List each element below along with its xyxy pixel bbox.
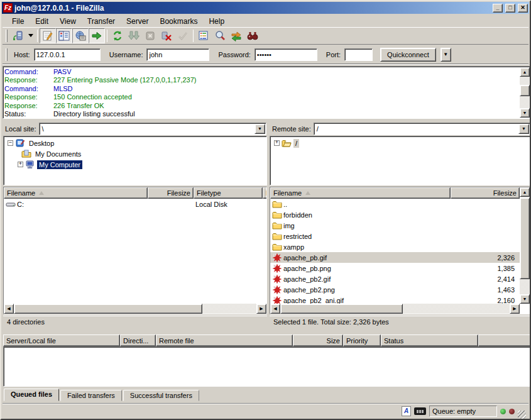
combo-dropdown-icon[interactable]: ▼ xyxy=(518,124,529,134)
port-input[interactable] xyxy=(344,48,373,61)
tree-item-label[interactable]: My Documents xyxy=(33,150,83,158)
local-horizontal-scrollbar[interactable]: ◀ ▶ xyxy=(4,304,266,314)
username-input[interactable] xyxy=(146,48,209,61)
close-button[interactable]: ✕ xyxy=(518,4,528,13)
tab-successful-transfers[interactable]: Successful transfers xyxy=(123,390,199,401)
toggle-local-tree-button[interactable] xyxy=(56,28,72,43)
cancel-operation-button[interactable] xyxy=(142,28,158,43)
menu-edit[interactable]: Edit xyxy=(30,16,54,27)
column-header-empty xyxy=(478,334,531,346)
tree-item-root[interactable]: + / xyxy=(270,138,530,148)
collapse-icon[interactable]: − xyxy=(8,140,13,146)
image-file-icon xyxy=(272,263,282,274)
scroll-right-icon[interactable]: ▶ xyxy=(510,304,520,314)
tree-item-label[interactable]: My Computer xyxy=(37,160,82,169)
remote-vscroll-thumb[interactable] xyxy=(520,197,530,279)
remote-vertical-scrollbar[interactable]: ▲ ▼ xyxy=(520,187,530,304)
combo-dropdown-icon[interactable]: ▼ xyxy=(255,124,265,134)
expand-icon[interactable]: + xyxy=(274,140,280,146)
local-file-row[interactable]: C: Local Disk xyxy=(4,199,266,209)
scroll-left-icon[interactable]: ◀ xyxy=(4,304,14,314)
toolbar xyxy=(3,27,528,45)
column-header-filename[interactable]: Filename xyxy=(270,187,451,199)
tree-item-label[interactable]: / xyxy=(293,139,299,148)
tree-item-my-documents[interactable]: My Documents xyxy=(4,148,266,159)
directory-listing-filters-button[interactable] xyxy=(195,28,212,43)
directory-comparison-button[interactable] xyxy=(212,28,228,43)
host-input[interactable] xyxy=(34,48,101,61)
transfer-queue-icon xyxy=(91,30,102,41)
scroll-right-icon[interactable]: ▶ xyxy=(256,304,266,314)
remote-file-row-selected[interactable]: apache_pb.gif 2,326 xyxy=(270,252,520,263)
scroll-down-icon[interactable]: ▼ xyxy=(520,108,530,118)
window-title: john@127.0.0.1 - FileZilla xyxy=(14,4,490,13)
column-header-priority[interactable]: Priority xyxy=(343,334,381,346)
password-input[interactable] xyxy=(255,48,317,61)
column-header-direction[interactable]: Directi... xyxy=(120,334,156,346)
my-computer-icon xyxy=(25,160,35,170)
menu-file[interactable]: File xyxy=(6,16,30,27)
refresh-button[interactable] xyxy=(109,28,126,43)
remote-file-row[interactable]: apache_pb.png 1,385 xyxy=(270,263,520,274)
quickconnect-button[interactable]: Quickconnect xyxy=(380,48,436,62)
image-file-icon xyxy=(272,274,282,284)
column-header-filename[interactable]: Filename xyxy=(4,187,148,199)
scroll-left-icon[interactable]: ◀ xyxy=(270,304,280,314)
synchronized-browsing-button[interactable] xyxy=(228,28,244,43)
tab-failed-transfers[interactable]: Failed transfers xyxy=(60,390,122,401)
remote-file-row[interactable]: apache_pb2.gif 2,414 xyxy=(270,274,520,284)
remote-hscroll-thumb[interactable] xyxy=(280,304,403,314)
find-files-icon xyxy=(247,30,258,41)
toggle-message-log-button[interactable] xyxy=(40,28,56,43)
scroll-down-icon[interactable]: ▼ xyxy=(520,294,530,304)
tree-item-desktop[interactable]: − Desktop xyxy=(4,138,266,148)
quickconnect-dropdown-button[interactable]: ▼ xyxy=(441,48,451,62)
column-header-size[interactable]: Size xyxy=(293,334,343,346)
menu-bookmarks[interactable]: Bookmarks xyxy=(154,16,203,27)
tree-item-my-computer[interactable]: + My Computer xyxy=(4,159,266,170)
remote-file-row[interactable]: .. xyxy=(270,199,520,209)
toggle-remote-tree-button[interactable] xyxy=(72,28,89,43)
menu-server[interactable]: Server xyxy=(121,16,154,27)
local-site-combo[interactable]: \ ▼ xyxy=(39,123,266,135)
resize-grip[interactable] xyxy=(518,411,526,419)
scroll-up-icon[interactable]: ▲ xyxy=(520,67,530,77)
site-manager-button[interactable] xyxy=(10,28,26,43)
remote-file-row[interactable]: forbidden xyxy=(270,209,520,220)
tab-queued-files[interactable]: Queued files xyxy=(4,389,59,401)
tree-item-label[interactable]: Desktop xyxy=(27,139,56,148)
menu-view[interactable]: View xyxy=(54,16,82,27)
column-header-filetype[interactable]: Filetype xyxy=(194,187,263,199)
column-header-last-modified[interactable]: L xyxy=(263,187,267,199)
column-header-server-local-file[interactable]: Server/Local file xyxy=(3,334,120,346)
column-header-filesize[interactable]: Filesize xyxy=(451,187,520,199)
queue-list[interactable] xyxy=(3,346,531,387)
remote-file-row[interactable]: img xyxy=(270,220,520,231)
remote-file-row[interactable]: apache_pb2.png 1,463 xyxy=(270,284,520,295)
minimize-button[interactable]: _ xyxy=(493,4,503,13)
column-header-status[interactable]: Status xyxy=(381,334,478,346)
expand-icon[interactable]: + xyxy=(18,162,23,167)
disconnect-button[interactable] xyxy=(158,28,175,43)
remote-horizontal-scrollbar[interactable]: ◀ ▶ xyxy=(270,304,520,314)
log-vertical-scrollbar[interactable]: ▲ ▼ xyxy=(520,67,530,118)
menu-transfer[interactable]: Transfer xyxy=(82,16,121,27)
toggle-transfer-queue-button[interactable] xyxy=(89,28,105,43)
process-queue-button[interactable] xyxy=(126,28,142,43)
remote-site-combo[interactable]: / ▼ xyxy=(314,123,530,135)
local-hscroll-thumb[interactable] xyxy=(14,304,202,314)
reconnect-button[interactable] xyxy=(175,28,191,43)
log-scroll-thumb[interactable] xyxy=(520,85,530,96)
queue-status-box: Queue: empty xyxy=(429,406,497,417)
find-files-button[interactable] xyxy=(244,28,261,43)
column-header-filesize[interactable]: Filesize xyxy=(148,187,194,199)
remote-site-row: Remote site: / ▼ xyxy=(272,122,530,135)
maximize-button[interactable]: □ xyxy=(505,4,515,13)
remote-file-row[interactable]: restricted xyxy=(270,231,520,241)
scroll-up-icon[interactable]: ▲ xyxy=(520,187,530,197)
remote-file-row[interactable]: xampp xyxy=(270,241,520,252)
remote-site-value: / xyxy=(314,125,518,133)
site-manager-dropdown-button[interactable] xyxy=(26,28,35,43)
column-header-remote-file[interactable]: Remote file xyxy=(156,334,293,346)
menu-help[interactable]: Help xyxy=(203,16,230,27)
